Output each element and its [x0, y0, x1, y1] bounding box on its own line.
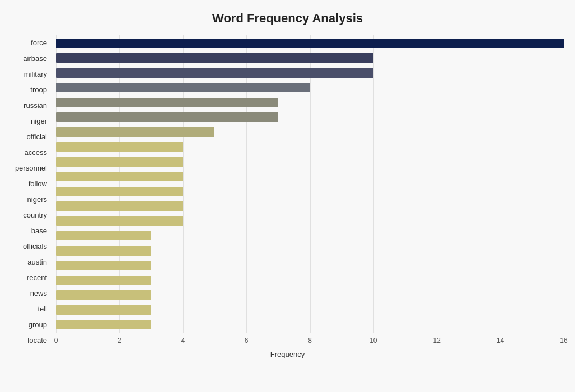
bar-nigers [56, 187, 183, 196]
bar-row-force [56, 36, 564, 51]
bar-row-official [56, 125, 564, 140]
bar-force [56, 39, 564, 48]
x-tick-0: 0 [54, 337, 58, 344]
bar-row-niger [56, 110, 564, 125]
x-tick-2: 2 [118, 337, 121, 344]
x-axis-label: Frequency [11, 350, 564, 358]
x-tick-16: 16 [560, 337, 567, 344]
y-label-austin: austin [11, 254, 52, 270]
bar-official [56, 127, 214, 137]
bar-row-austin [56, 243, 564, 258]
y-label-locate: locate [11, 332, 52, 348]
bar-tell [56, 290, 151, 300]
y-axis: forceairbasemilitarytrooprussiannigeroff… [11, 35, 56, 348]
bars-area: 0246810121416 [56, 35, 564, 348]
bar-base [56, 216, 183, 226]
bar-news [56, 276, 151, 285]
bar-country [56, 201, 183, 211]
bar-row-country [56, 199, 564, 214]
y-label-news: news [11, 285, 52, 301]
chart-container: Word Frequency Analysis forceairbasemili… [0, 0, 575, 392]
bar-officials [56, 231, 151, 240]
bar-follow [56, 172, 183, 181]
y-label-tell: tell [11, 301, 52, 317]
bar-austin [56, 246, 151, 256]
y-label-country: country [11, 207, 52, 223]
bar-row-tell [56, 288, 564, 303]
y-label-base: base [11, 223, 52, 238]
bar-row-nigers [56, 184, 564, 199]
bar-personnel [56, 157, 183, 167]
bar-group [56, 305, 151, 315]
y-label-niger: niger [11, 113, 52, 129]
x-tick-10: 10 [370, 337, 377, 344]
y-label-military: military [11, 66, 52, 82]
y-label-airbase: airbase [11, 50, 52, 66]
bar-row-military [56, 65, 564, 81]
bar-row-group [56, 303, 564, 318]
y-label-troop: troop [11, 82, 52, 97]
y-label-personnel: personnel [11, 160, 52, 176]
y-label-officials: officials [11, 238, 52, 254]
x-tick-12: 12 [433, 337, 441, 344]
y-label-nigers: nigers [11, 191, 52, 207]
x-tick-6: 6 [245, 337, 249, 344]
y-label-russian: russian [11, 97, 52, 113]
grid-line-16 [564, 35, 564, 333]
bar-row-recent [56, 258, 564, 273]
bar-row-news [56, 273, 564, 288]
bar-military [56, 68, 373, 78]
bar-row-base [56, 214, 564, 229]
bar-row-troop [56, 81, 564, 96]
bar-recent [56, 261, 151, 270]
y-label-follow: follow [11, 176, 52, 191]
y-label-force: force [11, 35, 52, 50]
bar-troop [56, 83, 310, 92]
bar-row-personnel [56, 154, 564, 169]
chart-title: Word Frequency Analysis [11, 11, 564, 26]
bar-niger [56, 112, 278, 122]
bar-row-access [56, 140, 564, 155]
bar-row-russian [56, 95, 564, 110]
bar-row-airbase [56, 51, 564, 66]
x-tick-4: 4 [181, 337, 185, 344]
y-label-access: access [11, 144, 52, 160]
y-label-official: official [11, 129, 52, 144]
x-tick-14: 14 [497, 337, 504, 344]
bar-locate [56, 320, 151, 329]
bar-row-follow [56, 169, 564, 185]
y-label-recent: recent [11, 270, 52, 285]
bar-russian [56, 98, 278, 107]
x-tick-8: 8 [308, 337, 312, 344]
bar-row-officials [56, 229, 564, 244]
bar-airbase [56, 53, 373, 63]
bar-access [56, 142, 183, 152]
y-label-group: group [11, 317, 52, 332]
bar-row-locate [56, 318, 564, 333]
